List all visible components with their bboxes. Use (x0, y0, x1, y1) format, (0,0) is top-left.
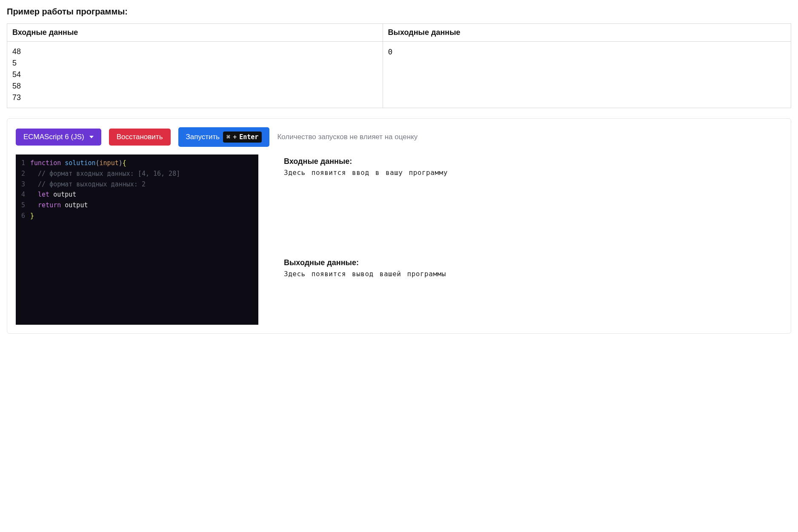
language-label: ECMAScript 6 (JS) (23, 133, 84, 141)
line-number: 5 (16, 200, 30, 211)
input-data-title: Входные данные: (284, 157, 782, 166)
output-data-title: Выходные данные: (284, 258, 782, 267)
ide-panel: ECMAScript 6 (JS) Восстановить Запустить… (7, 118, 791, 334)
line-number: 2 (16, 169, 30, 179)
line-number: 3 (16, 179, 30, 190)
line-number: 4 (16, 189, 30, 200)
table-row: 48 5 54 58 73 0 (7, 42, 791, 108)
example-table: Входные данные Выходные данные 48 5 54 5… (7, 23, 791, 108)
line-number: 1 (16, 158, 30, 169)
output-data-block: Выходные данные: Здесь появится вывод ва… (284, 258, 782, 278)
shortcut-mod: ⌘ (226, 133, 230, 141)
code-editor[interactable]: 1 function solution(input){ 2 // формат … (16, 154, 258, 325)
io-panel: Входные данные: Здесь появится ввод в ва… (284, 154, 782, 325)
shortcut-key: Enter (239, 133, 258, 141)
line-number: 6 (16, 211, 30, 221)
toolbar-note: Количество запусков не влияет на оценку (277, 133, 418, 141)
shortcut-badge: ⌘ + Enter (223, 132, 262, 143)
code-line: let output (30, 189, 76, 200)
shortcut-plus: + (233, 133, 237, 141)
input-data-block: Входные данные: Здесь появится ввод в ва… (284, 157, 782, 177)
code-line: // формат выходных данных: 2 (30, 179, 146, 190)
run-button[interactable]: Запустить ⌘ + Enter (178, 127, 270, 147)
example-output-cell: 0 (383, 42, 791, 108)
output-data-placeholder: Здесь появится вывод вашей программы (284, 270, 782, 278)
example-section-title: Пример работы программы: (7, 7, 791, 17)
run-label: Запустить (186, 133, 220, 141)
input-data-placeholder: Здесь появится ввод в вашу программу (284, 169, 782, 177)
code-line: function solution(input){ (30, 158, 126, 169)
ide-body: 1 function solution(input){ 2 // формат … (16, 154, 782, 325)
example-input-cell: 48 5 54 58 73 (7, 42, 383, 108)
code-line: } (30, 211, 34, 221)
code-line: // формат входных данных: [4, 16, 28] (30, 169, 180, 179)
toolbar: ECMAScript 6 (JS) Восстановить Запустить… (16, 127, 782, 147)
code-line: return output (30, 200, 88, 211)
restore-button[interactable]: Восстановить (109, 129, 171, 146)
language-select-button[interactable]: ECMAScript 6 (JS) (16, 129, 101, 146)
example-output-header: Выходные данные (383, 24, 791, 42)
chevron-down-icon (89, 136, 94, 138)
example-input-header: Входные данные (7, 24, 383, 42)
